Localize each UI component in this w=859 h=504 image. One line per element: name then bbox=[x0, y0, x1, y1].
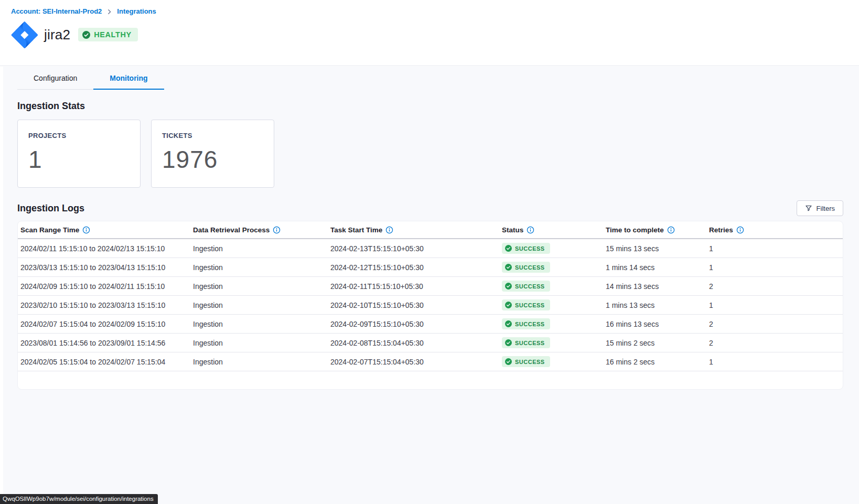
ingestion-logs-heading: Ingestion Logs bbox=[17, 203, 84, 214]
cell-scan-range-time: 2024/02/05 15:15:04 to 2024/02/07 15:15:… bbox=[20, 358, 193, 366]
tab-monitoring[interactable]: Monitoring bbox=[93, 67, 164, 90]
ingestion-logs-table: Scan Range Time Data Retrieval Process bbox=[17, 221, 843, 390]
cell-scan-range-time: 2023/02/10 15:15:10 to 2023/03/13 15:15:… bbox=[20, 301, 193, 309]
link-preview-status-bar: QwqOSlIWp9ob7w/module/sei/configuration/… bbox=[0, 494, 158, 504]
cell-time-to-complete: 16 mins 2 secs bbox=[606, 358, 709, 366]
status-badge: SUCCESS bbox=[502, 318, 550, 329]
jira-logo-icon bbox=[11, 21, 38, 48]
check-circle-icon bbox=[505, 264, 512, 271]
integration-monitoring-page: Account: SEI-Internal-Prod2 Integrations bbox=[0, 0, 859, 504]
table-row[interactable]: 2023/03/13 15:15:10 to 2023/04/13 15:15:… bbox=[18, 258, 843, 277]
check-circle-icon bbox=[505, 245, 512, 252]
integration-title-row: jira2 HEALTHY bbox=[11, 21, 859, 48]
cell-time-to-complete: 1 mins 13 secs bbox=[606, 301, 709, 309]
cell-status: SUCCESS bbox=[502, 299, 606, 310]
cell-time-to-complete: 15 mins 13 secs bbox=[606, 244, 709, 253]
left-rail bbox=[0, 67, 3, 504]
cell-retries: 1 bbox=[709, 263, 843, 272]
stat-card-tickets: TICKETS 1976 bbox=[151, 120, 274, 188]
status-badge: SUCCESS bbox=[502, 299, 550, 310]
cell-scan-range-time: 2024/02/11 15:15:10 to 2024/02/13 15:15:… bbox=[20, 244, 193, 253]
cell-retries: 1 bbox=[709, 244, 843, 253]
cell-scan-range-time: 2024/02/07 15:15:04 to 2024/02/09 15:15:… bbox=[20, 320, 193, 328]
column-header-label: Time to complete bbox=[606, 226, 664, 234]
info-icon[interactable] bbox=[82, 226, 90, 234]
status-badge: SUCCESS bbox=[502, 243, 550, 254]
column-header: Scan Range Time bbox=[20, 226, 193, 234]
chevron-right-icon bbox=[106, 9, 112, 15]
info-icon[interactable] bbox=[527, 226, 534, 234]
table-header-row: Scan Range Time Data Retrieval Process bbox=[18, 221, 843, 239]
table-row[interactable]: 2023/08/01 15:14:56 to 2023/09/01 15:14:… bbox=[18, 334, 843, 352]
cell-status: SUCCESS bbox=[502, 262, 606, 273]
stat-value: 1976 bbox=[162, 145, 263, 174]
tab-configuration[interactable]: Configuration bbox=[17, 67, 93, 90]
breadcrumb-integrations-link[interactable]: Integrations bbox=[117, 7, 156, 15]
page-header: Account: SEI-Internal-Prod2 Integrations bbox=[0, 0, 859, 66]
cell-time-to-complete: 15 mins 2 secs bbox=[606, 339, 709, 347]
cell-task-start-time: 2024-02-12T15:15:10+05:30 bbox=[330, 263, 502, 272]
check-circle-icon bbox=[505, 283, 512, 289]
column-header-label: Data Retrieval Process bbox=[193, 226, 270, 234]
column-header-label: Retries bbox=[709, 226, 733, 234]
ingestion-stats-heading: Ingestion Stats bbox=[17, 101, 843, 112]
health-status-badge: HEALTHY bbox=[78, 28, 138, 41]
info-icon[interactable] bbox=[385, 226, 393, 234]
cell-status: SUCCESS bbox=[502, 337, 606, 348]
cell-status: SUCCESS bbox=[502, 318, 606, 329]
column-header-label: Scan Range Time bbox=[20, 226, 79, 234]
funnel-icon bbox=[805, 205, 812, 212]
cell-time-to-complete: 14 mins 13 secs bbox=[606, 282, 709, 291]
cell-status: SUCCESS bbox=[502, 281, 606, 292]
status-badge-label: SUCCESS bbox=[515, 245, 545, 252]
cell-retries: 1 bbox=[709, 301, 843, 309]
stat-value: 1 bbox=[28, 145, 130, 174]
table-row[interactable]: 2023/02/10 15:15:10 to 2023/03/13 15:15:… bbox=[18, 296, 843, 315]
status-badge: SUCCESS bbox=[502, 262, 550, 273]
table-row[interactable]: 2024/02/07 15:15:04 to 2024/02/09 15:15:… bbox=[18, 315, 843, 334]
tab-bar: Configuration Monitoring bbox=[17, 67, 164, 90]
cell-scan-range-time: 2023/08/01 15:14:56 to 2023/09/01 15:14:… bbox=[20, 339, 193, 347]
stat-cards: PROJECTS 1 TICKETS 1976 bbox=[17, 120, 843, 188]
cell-task-start-time: 2024-02-09T15:15:10+05:30 bbox=[330, 320, 502, 328]
status-badge-label: SUCCESS bbox=[515, 340, 545, 346]
check-circle-icon bbox=[505, 358, 512, 365]
status-badge-label: SUCCESS bbox=[515, 283, 545, 289]
cell-data-retrieval-process: Ingestion bbox=[193, 282, 330, 291]
cell-task-start-time: 2024-02-07T15:15:04+05:30 bbox=[330, 358, 502, 366]
table-row[interactable]: 2024/02/05 15:15:04 to 2024/02/07 15:15:… bbox=[18, 352, 843, 371]
cell-status: SUCCESS bbox=[502, 243, 606, 254]
cell-task-start-time: 2024-02-10T15:15:10+05:30 bbox=[330, 301, 502, 309]
content-area: Configuration Monitoring Ingestion Stats… bbox=[0, 67, 859, 504]
status-badge-label: SUCCESS bbox=[515, 302, 545, 308]
filters-button[interactable]: Filters bbox=[797, 200, 843, 216]
column-header: Status bbox=[502, 226, 606, 234]
info-icon[interactable] bbox=[736, 226, 744, 234]
cell-retries: 2 bbox=[709, 282, 843, 291]
cell-time-to-complete: 16 mins 13 secs bbox=[606, 320, 709, 328]
cell-task-start-time: 2024-02-08T15:15:04+05:30 bbox=[330, 339, 502, 347]
column-header-label: Task Start Time bbox=[330, 226, 382, 234]
cell-time-to-complete: 1 mins 14 secs bbox=[606, 263, 709, 272]
cell-data-retrieval-process: Ingestion bbox=[193, 358, 330, 366]
status-badge-label: SUCCESS bbox=[515, 321, 545, 327]
info-icon[interactable] bbox=[273, 226, 281, 234]
cell-retries: 2 bbox=[709, 339, 843, 347]
check-circle-icon bbox=[82, 31, 90, 39]
status-badge-label: SUCCESS bbox=[515, 359, 545, 365]
status-badge: SUCCESS bbox=[502, 281, 550, 292]
column-header: Data Retrieval Process bbox=[193, 226, 330, 234]
table-row[interactable]: 2024/02/11 15:15:10 to 2024/02/13 15:15:… bbox=[18, 239, 843, 258]
cell-data-retrieval-process: Ingestion bbox=[193, 339, 330, 347]
check-circle-icon bbox=[505, 320, 512, 327]
cell-task-start-time: 2024-02-13T15:15:10+05:30 bbox=[330, 244, 502, 253]
info-icon[interactable] bbox=[667, 226, 675, 234]
stat-label: PROJECTS bbox=[28, 132, 130, 140]
cell-data-retrieval-process: Ingestion bbox=[193, 244, 330, 253]
column-header: Retries bbox=[709, 226, 843, 234]
table-row[interactable]: 2024/02/09 15:15:10 to 2024/02/11 15:15:… bbox=[18, 277, 843, 296]
cell-data-retrieval-process: Ingestion bbox=[193, 263, 330, 272]
cell-scan-range-time: 2024/02/09 15:15:10 to 2024/02/11 15:15:… bbox=[20, 282, 193, 291]
cell-data-retrieval-process: Ingestion bbox=[193, 320, 330, 328]
breadcrumb-account-link[interactable]: Account: SEI-Internal-Prod2 bbox=[11, 7, 102, 15]
